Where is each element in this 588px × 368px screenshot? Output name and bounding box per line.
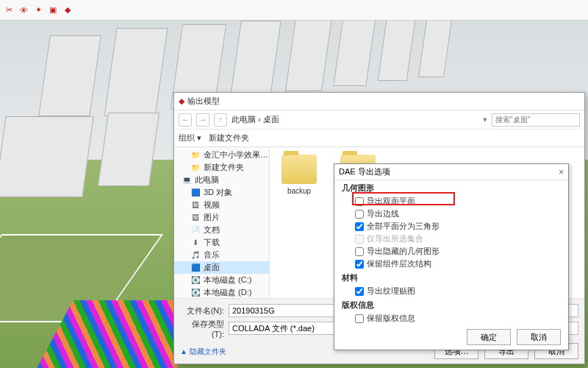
dae-option[interactable]: 保留组件层次结构 (334, 258, 568, 270)
toolbar-icon-scissors[interactable]: ✂ (3, 4, 15, 16)
dae-section-heading: 材料 (334, 270, 568, 285)
tree-item-icon: 📁 (190, 151, 201, 160)
hide-folders-link[interactable]: ▲ 隐藏文件夹 (174, 345, 232, 358)
option-checkbox[interactable] (355, 260, 364, 269)
tree-item-icon: 🟦 (190, 188, 201, 197)
nav-fwd-icon[interactable]: → (196, 113, 209, 127)
tree-item-label: 金汇中小学效果… (204, 149, 268, 160)
tree-item-label: 音乐 (204, 250, 220, 261)
app-toolbar: ✂ 👁 ✦ ▣ ◆ (0, 0, 588, 21)
tree-item-icon: 🎵 (190, 251, 201, 260)
tree-item-label: 本地磁盘 (D:) (204, 287, 251, 298)
option-label: 仅导出所选集合 (367, 233, 423, 244)
tree-item-label: 下载 (204, 237, 220, 248)
option-checkbox[interactable] (355, 287, 364, 296)
option-checkbox[interactable] (355, 222, 364, 231)
tree-item[interactable]: 🖼视频 (174, 199, 269, 211)
folder-label: backup (287, 187, 311, 195)
tree-item[interactable]: 💻此电脑 (174, 174, 269, 186)
option-label: 导出边线 (367, 208, 399, 219)
dae-section-heading: 几何图形 (334, 180, 568, 195)
tree-item-icon: 💽 (190, 289, 201, 297)
filetype-label: 保存类型(T): (180, 319, 224, 339)
tree-item-icon: 🖼 (190, 201, 201, 210)
option-checkbox[interactable] (355, 210, 364, 219)
dae-option[interactable]: 导出边线 (334, 208, 568, 220)
folder-tree[interactable]: 📁金汇中小学效果…📁新建文件夹💻此电脑🟦3D 对象🖼视频🖼图片📄文档⬇下载🎵音乐… (174, 147, 270, 298)
dae-option[interactable]: 导出隐藏的几何图形 (334, 245, 568, 258)
tree-item-icon: ⬇ (190, 238, 201, 247)
tree-item-label: 新建文件夹 (204, 162, 244, 173)
app-icon: ◆ (179, 96, 184, 106)
toolbar-icon-eye[interactable]: 👁 (18, 4, 29, 16)
tree-item-icon: 💽 (190, 276, 201, 285)
option-label: 导出隐藏的几何图形 (367, 246, 440, 257)
tree-item[interactable]: 📁金汇中小学效果… (174, 149, 269, 161)
toolbar-icon-plugin[interactable]: ✦ (32, 4, 44, 16)
tree-item-label: 此电脑 (195, 174, 219, 185)
dialog-toolbar: 组织 ▾ 新建文件夹 (174, 130, 584, 147)
address-bar: ← → ↑ 此电脑 › 桌面 ▾ (174, 110, 584, 130)
folder-icon (282, 155, 317, 184)
tree-item[interactable]: 🎵音乐 (174, 249, 269, 261)
dae-option[interactable]: 全部平面分为三角形 (334, 220, 568, 233)
dae-option[interactable]: 导出双面平面 (334, 195, 568, 208)
tree-item-icon: 🖼 (190, 213, 201, 222)
option-label: 全部平面分为三角形 (367, 221, 440, 232)
toolbar-icon-cube[interactable]: ▣ (47, 4, 59, 16)
dae-dialog-title: DAE 导出选项 (339, 166, 390, 177)
dialog-title: 输出模型 (187, 96, 220, 107)
tree-item[interactable]: ⬇下载 (174, 236, 269, 249)
dae-options-dialog: DAE 导出选项 × 几何图形 导出双面平面 导出边线 全部平面分为三角形 仅导… (334, 163, 569, 350)
tree-item-icon: 📁 (190, 163, 201, 172)
tree-item-icon: 📄 (190, 226, 201, 235)
tree-item[interactable]: 🖼图片 (174, 211, 269, 224)
option-label: 保留组件层次结构 (367, 258, 431, 269)
nav-up-icon[interactable]: ↑ (214, 113, 227, 127)
dae-option[interactable]: 导出纹理贴图 (334, 285, 568, 297)
option-label: 导出纹理贴图 (367, 286, 415, 297)
tree-item-icon: 💻 (182, 176, 192, 185)
dae-ok-button[interactable]: 确定 (467, 329, 511, 345)
folder-item[interactable]: backup (277, 155, 321, 195)
dialog-titlebar: ◆ 输出模型 (174, 93, 584, 110)
tree-item[interactable]: 📁新建文件夹 (174, 161, 269, 174)
option-label: 导出双面平面 (367, 196, 415, 207)
close-icon[interactable]: × (559, 167, 564, 177)
dae-section-heading: 版权信息 (334, 297, 568, 312)
tree-item-label: 桌面 (204, 262, 220, 273)
nav-back-icon[interactable]: ← (179, 113, 192, 127)
tree-item-label: 文档 (204, 224, 220, 236)
option-checkbox[interactable] (355, 314, 364, 323)
tree-item-label: 3D 对象 (204, 187, 232, 198)
dae-option[interactable]: 保留版权信息 (334, 312, 568, 325)
option-label: 保留版权信息 (367, 313, 415, 324)
tree-item[interactable]: 💽本地磁盘 (C:) (174, 274, 269, 286)
tree-item-label: 视频 (204, 199, 220, 210)
filename-label: 文件名(N): (180, 305, 224, 316)
tree-item-icon: 🟦 (190, 263, 201, 272)
option-checkbox[interactable] (355, 247, 364, 256)
organize-menu[interactable]: 组织 ▾ (179, 132, 201, 144)
option-checkbox (355, 235, 364, 244)
newfolder-button[interactable]: 新建文件夹 (209, 132, 249, 144)
toolbar-icon-gem[interactable]: ◆ (62, 4, 74, 16)
tree-item[interactable]: 📄文档 (174, 224, 269, 236)
option-checkbox[interactable] (355, 197, 364, 206)
tree-item[interactable]: 🟦3D 对象 (174, 186, 269, 199)
tree-item-label: 图片 (204, 212, 220, 223)
tree-item[interactable]: 🟦桌面 (174, 261, 269, 274)
tree-item[interactable]: 💽本地磁盘 (D:) (174, 286, 269, 298)
dae-cancel-button[interactable]: 取消 (517, 329, 561, 345)
breadcrumb[interactable]: 此电脑 › 桌面 (232, 114, 478, 125)
search-input[interactable] (492, 113, 580, 127)
path-dropdown-icon[interactable]: ▾ (483, 115, 487, 124)
tree-item-label: 本地磁盘 (C:) (204, 275, 251, 286)
dae-option: 仅导出所选集合 (334, 233, 568, 245)
